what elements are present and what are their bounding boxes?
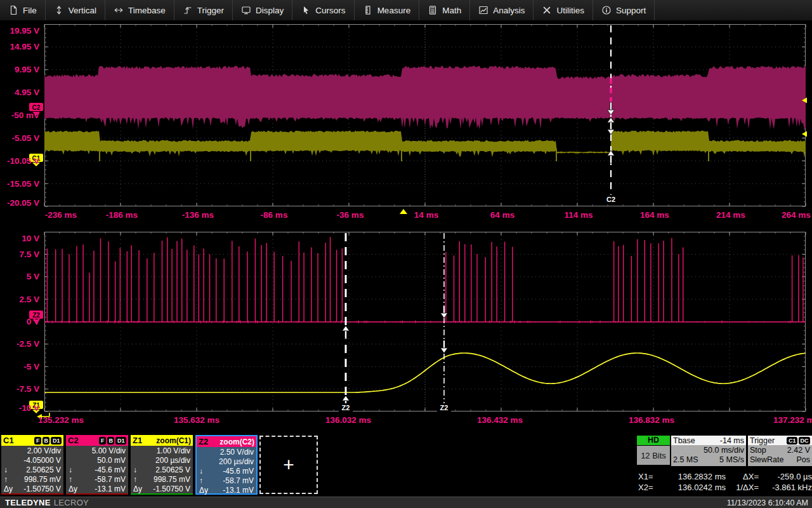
svg-text:9.95 V: 9.95 V	[15, 65, 39, 74]
descriptor-title: Z2	[199, 437, 208, 446]
x1-label: X1=	[636, 471, 658, 482]
bottom-waveform-svg: Z2Z2Z2Z110 V7.5 V5 V2.5 V0 V-2.5 V-5 V-7…	[0, 232, 812, 432]
descriptor-line-prefix: ↑	[133, 475, 146, 484]
descriptor-badge-b: B	[43, 437, 50, 444]
svg-text:0 V: 0 V	[27, 317, 39, 326]
invdx-label: 1/ΔX=	[726, 482, 759, 493]
svg-text:136.832 ms: 136.832 ms	[629, 415, 674, 425]
timebase-title: Tbase	[673, 436, 695, 445]
descriptor-title: C1	[3, 436, 14, 445]
top-waveform-svg: C2C1C219.95 V14.95 V9.95 V4.95 V-50 mV-5…	[0, 24, 812, 224]
trigger-position-icon[interactable]	[400, 209, 407, 214]
svg-text:19.95 V: 19.95 V	[10, 26, 39, 36]
add-trace-button[interactable]: +	[259, 436, 318, 494]
svg-text:7.5 V: 7.5 V	[19, 250, 39, 259]
svg-text:2.5 V: 2.5 V	[19, 295, 39, 304]
timebase-samplerate: 5 MS/s	[719, 455, 744, 465]
menu-display[interactable]: Display	[233, 0, 292, 20]
descriptor-badge-d1: D1	[51, 437, 62, 444]
descriptor-line-prefix: ↓	[199, 467, 212, 476]
menu-label: Math	[442, 6, 461, 15]
svg-text:264 ms: 264 ms	[782, 210, 811, 220]
menu-trigger[interactable]: Trigger	[174, 0, 233, 20]
trigger-slope: Pos	[796, 455, 810, 465]
svg-text:-2.5 V: -2.5 V	[16, 339, 39, 349]
menu-timebase[interactable]: Timebase	[105, 0, 174, 20]
timebase-box[interactable]: Tbase -14 ms 50.0 ms/div 2.5 MS 5 MS/s	[671, 436, 746, 466]
descriptor-line-prefix: ↑	[199, 476, 212, 485]
descriptor-c1[interactable]: C1FBD12.00 V/div-4.05000 V↓2.50625 V↑998…	[1, 435, 63, 495]
cursor-arrow-down	[441, 305, 448, 318]
level-marker-icon	[802, 131, 807, 137]
hd-indicator[interactable]: HD 12 Bits	[637, 436, 670, 465]
descriptor-line-prefix: ↓	[4, 465, 16, 474]
menu-label: Timebase	[128, 6, 166, 15]
svg-text:14.95 V: 14.95 V	[10, 42, 39, 51]
menu-cursors[interactable]: Cursors	[292, 0, 354, 20]
svg-text:-7.5 V: -7.5 V	[16, 384, 39, 394]
menu-label: Cursors	[315, 6, 345, 15]
descriptor-line-prefix: Δy	[133, 485, 146, 493]
invdx-value: -3.861 kHz	[759, 482, 812, 493]
descriptor-line-value: -58.7 mV	[223, 476, 254, 485]
descriptor-line-value: 200 µs/div	[219, 457, 254, 466]
svg-text:-15.05 V: -15.05 V	[7, 179, 39, 189]
descriptor-line-prefix: ↓	[133, 465, 146, 474]
svg-text:-50 mV: -50 mV	[11, 110, 39, 120]
trigger-body: Stop 2.42 V SlewRate Pos	[748, 445, 812, 466]
descriptor-line-value: 998.75 mV	[154, 475, 190, 484]
descriptor-line-value: -58.7 mV	[95, 475, 126, 484]
trigger-type: SlewRate	[750, 455, 784, 465]
hd-title: HD	[637, 436, 670, 445]
vertical-arrows-icon	[54, 5, 64, 15]
svg-text:5 V: 5 V	[27, 272, 39, 281]
menu-measure[interactable]: Measure	[355, 0, 420, 20]
menu-label: Display	[256, 6, 284, 15]
descriptor-title: C2	[68, 436, 79, 445]
svg-text:4.95 V: 4.95 V	[15, 88, 39, 97]
menu-utilities[interactable]: Utilities	[534, 0, 593, 20]
descriptor-line-value: 1.00 V/div	[157, 446, 190, 455]
brand-teledyne: TELEDYNE	[0, 498, 51, 507]
menu-vertical[interactable]: Vertical	[46, 0, 105, 20]
descriptor-title: Z1	[133, 436, 142, 445]
svg-text:C2: C2	[32, 104, 41, 111]
cursor-arrow-up	[343, 326, 350, 338]
descriptor-line-value: -4.05000 V	[23, 456, 61, 465]
svg-text:135.632 ms: 135.632 ms	[174, 415, 219, 425]
svg-text:136.432 ms: 136.432 ms	[477, 415, 523, 425]
svg-text:-10 V: -10 V	[19, 403, 39, 413]
menu-math[interactable]: Math	[419, 0, 470, 20]
descriptor-c2[interactable]: C2FBD15.00 V/div50.0 mV↓-45.6 mV↑-58.7 m…	[66, 435, 128, 495]
cursor-pointer-icon	[301, 5, 311, 15]
c2-trace	[44, 66, 806, 130]
descriptor-line-prefix: ↑	[69, 475, 81, 484]
svg-text:-186 ms: -186 ms	[106, 210, 138, 220]
bottom-graticule: Z2Z2Z2Z110 V7.5 V5 V2.5 V0 V-2.5 V-5 V-7…	[0, 232, 812, 432]
menu-support[interactable]: Support	[593, 0, 655, 20]
descriptor-badge-b: B	[107, 437, 115, 444]
menu-file[interactable]: File	[0, 0, 46, 20]
svg-text:214 ms: 214 ms	[716, 210, 745, 220]
timebase-header: Tbase -14 ms	[671, 436, 746, 445]
svg-text:135.232 ms: 135.232 ms	[38, 415, 84, 425]
dx-value: -259.0 µs	[759, 471, 812, 482]
dx-label: ΔX=	[726, 471, 759, 482]
menu-analysis[interactable]: Analysis	[470, 0, 534, 20]
trigger-box[interactable]: Trigger C1 DC Stop 2.42 V SlewRate Pos	[748, 436, 812, 466]
svg-text:-20.05 V: -20.05 V	[7, 198, 39, 208]
svg-text:137.232 ms: 137.232 ms	[773, 415, 812, 425]
descriptor-z1[interactable]: Z1zoom(C1)1.00 V/div200 µs/div↓2.50625 V…	[131, 435, 193, 495]
menu-label: Vertical	[69, 6, 96, 15]
descriptor-badge-f: F	[99, 437, 106, 444]
menu-label: Trigger	[197, 6, 224, 15]
horizontal-arrows-icon	[114, 5, 124, 15]
descriptor-subtitle: zoom(C2)	[219, 438, 254, 446]
calculator-icon	[428, 5, 438, 15]
svg-text:-10.05 V: -10.05 V	[7, 156, 39, 166]
menu-label: Support	[616, 6, 646, 15]
top-graticule: C2C1C219.95 V14.95 V9.95 V4.95 V-50 mV-5…	[0, 24, 812, 224]
descriptor-z2[interactable]: Z2zoom(C2)2.50 V/div200 µs/div↓-45.6 mV↑…	[195, 435, 258, 495]
descriptor-line-value: 2.50625 V	[155, 465, 190, 474]
menu-label: Analysis	[493, 6, 525, 15]
